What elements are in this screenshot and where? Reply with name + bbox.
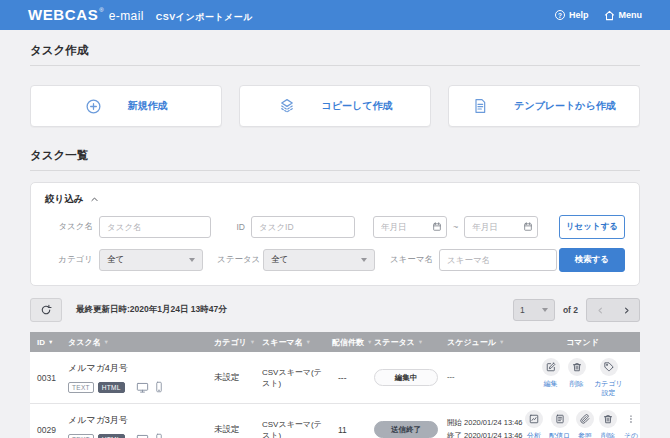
reference-command-button[interactable]: 参照 <box>576 410 594 438</box>
page-of-text: of 2 <box>563 305 578 315</box>
chevron-up-icon <box>90 195 99 204</box>
mobile-icon <box>153 433 165 438</box>
schema-input[interactable] <box>439 249 557 271</box>
webcas-logo: WEBCAS ® e-mail CSVインポートメール <box>28 6 253 24</box>
col-header-delivery-count[interactable]: 配信件数▼ <box>328 337 370 348</box>
delete-label: 削除 <box>570 379 584 388</box>
task-id: 0031 <box>30 373 64 383</box>
sort-icon: ▼ <box>418 339 423 345</box>
col-header-id[interactable]: ID▼ <box>30 338 64 347</box>
status-badge: 編集中 <box>374 369 438 386</box>
date-to-field <box>464 216 538 238</box>
sort-icon: ▼ <box>306 339 311 345</box>
edit-label: 編集 <box>544 379 558 388</box>
reference-label: 参照 <box>578 431 592 438</box>
command-group: 分析 配信ログ 参照 <box>525 410 640 438</box>
search-button[interactable]: 検索する <box>559 248 625 272</box>
log-icon <box>551 410 569 428</box>
create-copy-label: コピーして作成 <box>322 99 393 113</box>
page-select[interactable]: 1 <box>513 299 555 321</box>
col-header-category[interactable]: カテゴリ▼ <box>210 337 258 348</box>
page-select-value: 1 <box>520 305 525 315</box>
category-setting-command-button[interactable]: カテゴリ設定 <box>594 358 624 397</box>
filter-title-row[interactable]: 絞り込み <box>45 193 625 206</box>
analyze-command-button[interactable]: 分析 <box>525 410 543 438</box>
more-label: その他 <box>622 431 640 438</box>
refresh-icon <box>40 304 52 316</box>
last-updated-text: 最終更新日時:2020年1月24日 13時47分 <box>76 304 227 316</box>
refresh-button[interactable] <box>30 298 62 322</box>
edit-icon <box>542 358 560 376</box>
chart-icon <box>525 410 543 428</box>
reset-button[interactable]: リセットする <box>559 215 625 239</box>
next-page-button[interactable] <box>613 299 639 321</box>
create-copy-button[interactable]: コピーして作成 <box>239 85 431 127</box>
calendar-icon[interactable] <box>432 221 442 232</box>
task-name: メルマガ4月号 <box>68 362 210 375</box>
task-table: ID▼ タスク名▼ カテゴリ▼ スキーマ名▼ 配信件数▼ ステータス▼ スケジュ… <box>30 332 640 438</box>
help-label: Help <box>569 10 589 20</box>
delete-command-button[interactable]: 削除 <box>599 410 617 438</box>
col-header-command: コマンド <box>521 337 640 348</box>
registered-mark: ® <box>99 6 103 16</box>
prev-page-button[interactable] <box>587 299 613 321</box>
create-template-label: テンプレートから作成 <box>514 99 616 113</box>
home-icon <box>604 10 615 21</box>
task-name-cell: メルマガ3月号 TEXT HTML <box>64 414 210 438</box>
menu-link[interactable]: Menu <box>604 10 643 21</box>
copy-layers-icon <box>278 97 296 115</box>
col-header-schema[interactable]: スキーマ名▼ <box>258 337 328 348</box>
brand-product: e-mail <box>109 9 144 23</box>
task-create-cards: 新規作成 コピーして作成 テンプレートから作成 <box>30 85 640 127</box>
top-header: WEBCAS ® e-mail CSVインポートメール Help Menu <box>0 0 670 30</box>
chevron-right-icon <box>622 306 631 315</box>
caret-down-icon <box>542 308 548 312</box>
task-name-label: タスク名 <box>45 221 93 233</box>
more-vertical-icon <box>622 410 640 428</box>
more-command-button[interactable]: その他 <box>622 410 640 438</box>
document-icon <box>472 98 488 114</box>
col-header-status[interactable]: ステータス▼ <box>370 337 443 348</box>
help-link[interactable]: Help <box>555 10 589 20</box>
help-icon <box>555 10 565 20</box>
task-format-row: TEXT HTML <box>68 381 210 394</box>
trash-icon <box>568 358 586 376</box>
col-header-schedule[interactable]: スケジュール▼ <box>443 337 521 348</box>
task-format-row: TEXT HTML <box>68 433 210 438</box>
trash-icon <box>599 410 617 428</box>
command-group: 編集 削除 カテゴリ設定 <box>525 358 640 397</box>
calendar-icon[interactable] <box>523 221 533 232</box>
task-name-input[interactable] <box>99 216 211 238</box>
col-header-task-name[interactable]: タスク名▼ <box>64 337 210 348</box>
delete-command-button[interactable]: 削除 <box>568 358 586 388</box>
analyze-label: 分析 <box>527 431 541 438</box>
task-name-cell: メルマガ4月号 TEXT HTML <box>64 362 210 394</box>
task-create-heading: タスク作成 <box>30 43 640 66</box>
category-select[interactable]: 全て <box>99 249 203 271</box>
delivery-count-cell: --- <box>328 373 370 383</box>
task-id-input[interactable] <box>251 216 355 238</box>
create-new-label: 新規作成 <box>128 99 168 113</box>
category-cell: 未設定 <box>210 372 258 384</box>
edit-command-button[interactable]: 編集 <box>542 358 560 388</box>
sort-icon: ▼ <box>104 339 109 345</box>
create-template-button[interactable]: テンプレートから作成 <box>448 85 640 127</box>
category-setting-label: カテゴリ設定 <box>594 379 624 397</box>
sort-icon: ▼ <box>499 339 504 345</box>
date-from-field <box>373 216 447 238</box>
create-new-button[interactable]: 新規作成 <box>30 85 222 127</box>
page-nav <box>586 298 640 322</box>
menu-label: Menu <box>619 10 643 20</box>
status-badge: 送信終了 <box>374 421 438 438</box>
status-select[interactable]: 全て <box>263 249 375 271</box>
sort-icon: ▼ <box>250 339 255 345</box>
delete-label: 削除 <box>601 431 615 438</box>
topbar-links: Help Menu <box>555 10 642 21</box>
delivery-log-command-button[interactable]: 配信ログ <box>548 410 571 438</box>
desktop-icon <box>136 433 149 438</box>
status-select-value: 全て <box>271 254 288 266</box>
task-name: メルマガ3月号 <box>68 414 210 427</box>
mobile-icon <box>153 381 165 393</box>
paperclip-icon <box>576 410 594 428</box>
table-header: ID▼ タスク名▼ カテゴリ▼ スキーマ名▼ 配信件数▼ ステータス▼ スケジュ… <box>30 332 640 352</box>
